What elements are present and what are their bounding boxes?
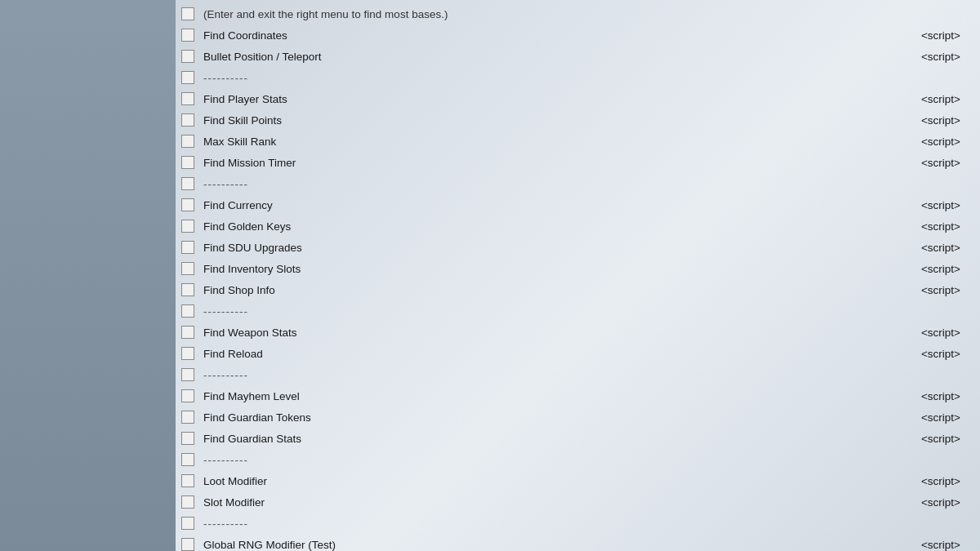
list-item: Global RNG Modifier (Test)<script>	[176, 534, 980, 551]
row-checkbox[interactable]	[181, 283, 194, 296]
script-tag: <script>	[911, 136, 977, 148]
script-tag: <script>	[911, 114, 977, 127]
item-label: Find Shop Info	[197, 284, 911, 296]
row-checkbox[interactable]	[181, 411, 194, 424]
script-tag: <script>	[911, 539, 977, 551]
item-label: Find Skill Points	[197, 114, 911, 127]
script-tag: <script>	[911, 157, 977, 169]
list-item: (Enter and exit the right menu to find m…	[176, 3, 980, 24]
row-checkbox[interactable]	[181, 156, 194, 169]
script-tag: <script>	[911, 348, 977, 360]
row-checkbox[interactable]	[181, 389, 194, 402]
list-item: Find Mayhem Level<script>	[176, 385, 980, 407]
list-item: Max Skill Rank<script>	[176, 131, 980, 152]
list-item: Find Guardian Stats<script>	[176, 428, 980, 449]
list-item: Find Guardian Tokens<script>	[176, 407, 980, 428]
list-item: Find Inventory Slots<script>	[176, 258, 980, 279]
list-item: ----------	[176, 364, 980, 385]
row-checkbox[interactable]	[181, 262, 194, 275]
row-checkbox[interactable]	[181, 29, 194, 42]
row-checkbox[interactable]	[181, 220, 194, 233]
row-checkbox[interactable]	[181, 432, 194, 445]
row-checkbox[interactable]	[181, 538, 194, 551]
separator-label: ----------	[197, 72, 977, 84]
list-item: Bullet Position / Teleport<script>	[176, 46, 980, 67]
row-checkbox[interactable]	[181, 347, 194, 360]
list-item: Find Golden Keys<script>	[176, 216, 980, 237]
note-label: (Enter and exit the right menu to find m…	[197, 8, 977, 20]
script-tag: <script>	[911, 390, 977, 402]
main-content: (Enter and exit the right menu to find m…	[176, 0, 980, 551]
item-label: Find Mission Timer	[197, 157, 911, 169]
script-tag: <script>	[911, 496, 977, 509]
separator-label: ----------	[197, 178, 977, 190]
list-item: Find Coordinates<script>	[176, 24, 980, 46]
item-label: Find Currency	[197, 199, 911, 211]
item-label: Find Weapon Stats	[197, 327, 911, 339]
script-tag: <script>	[911, 242, 977, 254]
script-tag: <script>	[911, 51, 977, 63]
row-checkbox[interactable]	[181, 517, 194, 530]
list-item: Loot Modifier<script>	[176, 470, 980, 491]
list-item: ----------	[176, 513, 980, 534]
list-item: Find SDU Upgrades<script>	[176, 237, 980, 258]
row-checkbox[interactable]	[181, 241, 194, 254]
row-checkbox[interactable]	[181, 474, 194, 487]
item-label: Find Reload	[197, 348, 911, 360]
row-checkbox[interactable]	[181, 135, 194, 148]
separator-label: ----------	[197, 518, 977, 530]
item-label: Find Guardian Stats	[197, 433, 911, 445]
separator-label: ----------	[197, 454, 977, 466]
script-tag: <script>	[911, 93, 977, 105]
list-item: Find Player Stats<script>	[176, 88, 980, 109]
item-label: Bullet Position / Teleport	[197, 51, 911, 63]
separator-label: ----------	[197, 305, 977, 318]
script-tag: <script>	[911, 411, 977, 424]
item-label: Find Inventory Slots	[197, 263, 911, 275]
script-tag: <script>	[911, 327, 977, 339]
script-tag: <script>	[911, 263, 977, 275]
list-item: ----------	[176, 449, 980, 470]
list-item: ----------	[176, 67, 980, 88]
item-label: Find Golden Keys	[197, 220, 911, 233]
row-checkbox[interactable]	[181, 368, 194, 381]
row-checkbox[interactable]	[181, 113, 194, 127]
item-label: Find Player Stats	[197, 93, 911, 105]
sidebar	[0, 0, 176, 551]
row-checkbox[interactable]	[181, 198, 194, 211]
item-label: Slot Modifier	[197, 496, 911, 509]
list-item: Find Reload<script>	[176, 343, 980, 364]
list-item: Slot Modifier<script>	[176, 491, 980, 513]
row-checkbox[interactable]	[181, 495, 194, 509]
script-tag: <script>	[911, 475, 977, 487]
list-item: Find Weapon Stats<script>	[176, 322, 980, 343]
row-checkbox[interactable]	[181, 304, 194, 318]
item-label: Find Coordinates	[197, 29, 911, 42]
item-label: Find Guardian Tokens	[197, 411, 911, 424]
list-item: Find Currency<script>	[176, 194, 980, 216]
row-checkbox[interactable]	[181, 71, 194, 84]
script-tag: <script>	[911, 433, 977, 445]
row-checkbox[interactable]	[181, 453, 194, 466]
script-tag: <script>	[911, 284, 977, 296]
list-item: Find Skill Points<script>	[176, 109, 980, 131]
row-checkbox[interactable]	[181, 177, 194, 190]
row-checkbox[interactable]	[181, 7, 194, 20]
separator-label: ----------	[197, 369, 977, 381]
list-item: ----------	[176, 173, 980, 194]
list-item: Find Mission Timer<script>	[176, 152, 980, 173]
script-tag: <script>	[911, 29, 977, 42]
list-item: ----------	[176, 300, 980, 322]
item-label: Max Skill Rank	[197, 136, 911, 148]
item-label: Find Mayhem Level	[197, 390, 911, 402]
list-item: Find Shop Info<script>	[176, 279, 980, 300]
item-label: Find SDU Upgrades	[197, 242, 911, 254]
item-label: Global RNG Modifier (Test)	[197, 539, 911, 551]
script-tag: <script>	[911, 220, 977, 233]
row-checkbox[interactable]	[181, 92, 194, 105]
item-label: Loot Modifier	[197, 475, 911, 487]
row-checkbox[interactable]	[181, 50, 194, 63]
script-tag: <script>	[911, 199, 977, 211]
row-checkbox[interactable]	[181, 326, 194, 339]
